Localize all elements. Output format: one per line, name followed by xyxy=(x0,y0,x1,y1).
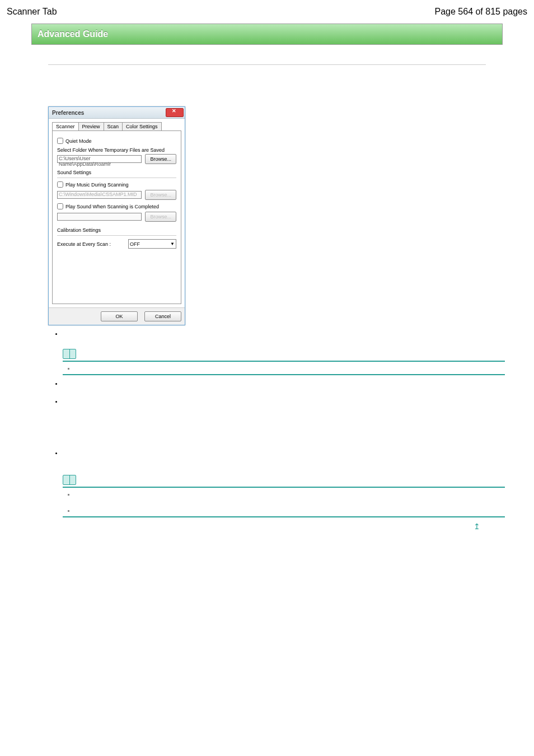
play-sound-done-label: Play Sound When Scanning is Completed xyxy=(65,204,159,209)
tab-preview[interactable]: Preview xyxy=(78,122,104,130)
item-desc: You can specify the following files. xyxy=(63,418,505,424)
execute-every-scan-select[interactable]: OFF ▼ xyxy=(128,239,176,249)
calibration-settings-label: Calibration Settings xyxy=(57,227,176,233)
banner-advanced-guide: Advanced Guide xyxy=(31,24,503,45)
note-title: Note xyxy=(81,477,94,483)
item-heading: Calibration Settings xyxy=(63,449,505,456)
item-desc: Select this checkbox to reduce scanner s… xyxy=(63,337,505,343)
page-top-link[interactable]: ↥ Page top xyxy=(29,522,505,531)
item-heading: Quiet Mode xyxy=(63,330,505,337)
folder-path-field[interactable]: C:\Users\User Name\AppData\Roamir xyxy=(57,155,142,163)
play-sound-done-checkbox[interactable] xyxy=(57,203,63,209)
browse-music-button: Browse... xyxy=(145,190,176,200)
list-item: Calibration Settings When you set Execut… xyxy=(63,449,505,517)
music-path-field: C:\Windows\Media\CSSAMP1.MID xyxy=(57,191,142,199)
play-music-label: Play Music During Scanning xyxy=(65,182,129,188)
note-item: Scanning takes longer than usual when yo… xyxy=(75,365,505,371)
file-type: - MIDI file (*.mid, *.rmi, *.midi) xyxy=(63,424,505,431)
quiet-mode-label: Quiet Mode xyxy=(65,138,92,144)
list-item: Quiet Mode Select this checkbox to reduc… xyxy=(63,330,505,375)
breadcrumb-current: Scanner Tab xyxy=(142,55,174,61)
code-id: S327 xyxy=(48,71,505,77)
item-desc: Displays the folder in which to save ima… xyxy=(63,386,505,393)
list-item: Sound Settings You can set the machine t… xyxy=(63,398,505,445)
browse-sound-done-button: Browse... xyxy=(145,212,176,222)
note-icon xyxy=(63,475,76,485)
breadcrumb: Advanced Guide > Troubleshooting > Scann… xyxy=(48,55,505,61)
divider xyxy=(48,64,486,65)
item-desc: Select the Play Music During Scanning or… xyxy=(63,411,505,418)
item-heading: Sound Settings xyxy=(63,398,505,404)
note-item: Calibration may take time depending on y… xyxy=(75,507,505,514)
cancel-button[interactable]: Cancel xyxy=(144,311,181,321)
note-block: Note Scanning takes longer than usual wh… xyxy=(63,349,505,375)
note-title: Note xyxy=(81,351,94,357)
ok-button[interactable]: OK xyxy=(101,311,138,321)
breadcrumb-link-1[interactable]: Troubleshooting xyxy=(96,55,135,61)
tab-color-settings[interactable]: Color Settings xyxy=(122,122,162,130)
tab-scanner[interactable]: Scanner xyxy=(52,122,79,130)
sound-done-path-field xyxy=(57,213,142,221)
note-divider xyxy=(63,374,505,375)
sound-settings-label: Sound Settings xyxy=(57,170,176,175)
select-folder-label: Select Folder Where Temporary Files are … xyxy=(57,147,176,153)
close-icon[interactable] xyxy=(166,108,184,117)
page-title-left: Scanner Tab xyxy=(7,7,57,17)
item-desc: You can set the machine to play music du… xyxy=(63,404,505,411)
dialog-title: Preferences xyxy=(52,110,84,116)
preferences-dialog: Preferences Scanner Preview Scan Color S… xyxy=(48,106,185,325)
page-counter: Page 564 of 815 pages xyxy=(435,7,527,17)
note-item: Even when Execute at Every Scan is set t… xyxy=(75,491,505,504)
note-block: Note Even when Execute at Every Scan is … xyxy=(63,475,505,517)
chevron-down-icon: ▼ xyxy=(170,241,175,246)
list-item: Select Folder Where Temporary Files are … xyxy=(63,380,505,393)
breadcrumb-link-0[interactable]: Advanced Guide xyxy=(48,55,90,61)
file-type: - MP3 file (*.mp3) xyxy=(63,438,505,445)
note-icon xyxy=(63,349,76,359)
arrow-up-icon: ↥ xyxy=(474,522,480,531)
browse-folder-button[interactable]: Browse... xyxy=(145,154,176,164)
note-divider xyxy=(63,516,505,517)
item-heading: Select Folder Where Temporary Files are … xyxy=(63,380,505,386)
play-music-checkbox[interactable] xyxy=(57,181,63,188)
intro-text: On the Scanner tab, you can specify the … xyxy=(48,94,505,101)
note-divider xyxy=(63,361,505,362)
quiet-mode-checkbox[interactable] xyxy=(57,138,63,144)
note-divider xyxy=(63,487,505,488)
item-desc: When you set Execute at Every Scan to ON… xyxy=(63,456,505,469)
execute-every-scan-value: OFF xyxy=(130,241,140,247)
execute-every-scan-label: Execute at Every Scan : xyxy=(57,241,111,247)
file-type: - Audio file (*.wav, *.aif, *.aiff) xyxy=(63,431,505,438)
section-title: Scanner Tab xyxy=(48,80,505,90)
tab-scan[interactable]: Scan xyxy=(104,122,123,130)
page-top-text[interactable]: Page top xyxy=(483,524,505,530)
